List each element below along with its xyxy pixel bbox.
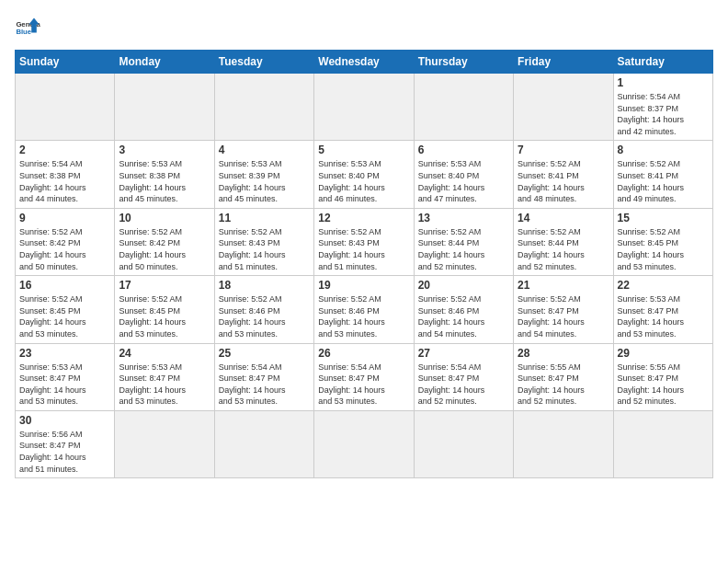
day-number: 14	[518, 212, 609, 224]
day-number: 19	[318, 279, 409, 292]
day-number: 25	[219, 347, 310, 360]
day-number: 23	[19, 347, 110, 360]
day-info: Sunrise: 5:52 AM Sunset: 8:41 PM Dayligh…	[618, 158, 709, 204]
day-number: 28	[518, 347, 609, 360]
day-number: 8	[618, 144, 709, 156]
weekday-header-saturday: Saturday	[613, 51, 712, 74]
calendar-day-16: 16Sunrise: 5:52 AM Sunset: 8:45 PM Dayli…	[16, 276, 115, 343]
day-number: 13	[418, 212, 509, 224]
day-info: Sunrise: 5:52 AM Sunset: 8:42 PM Dayligh…	[19, 226, 110, 272]
calendar-day-24: 24Sunrise: 5:53 AM Sunset: 8:47 PM Dayli…	[115, 343, 214, 410]
calendar-day-8: 8Sunrise: 5:52 AM Sunset: 8:41 PM Daylig…	[613, 141, 712, 208]
day-info: Sunrise: 5:54 AM Sunset: 8:47 PM Dayligh…	[418, 362, 509, 408]
day-info: Sunrise: 5:54 AM Sunset: 8:38 PM Dayligh…	[19, 158, 110, 204]
calendar-day-28: 28Sunrise: 5:55 AM Sunset: 8:47 PM Dayli…	[514, 343, 613, 410]
day-number: 9	[19, 212, 110, 224]
day-info: Sunrise: 5:52 AM Sunset: 8:47 PM Dayligh…	[518, 293, 609, 339]
calendar-day-empty-36	[115, 410, 214, 477]
day-number: 1	[618, 76, 709, 89]
calendar-day-2: 2Sunrise: 5:54 AM Sunset: 8:38 PM Daylig…	[16, 141, 115, 208]
day-info: Sunrise: 5:52 AM Sunset: 8:46 PM Dayligh…	[418, 293, 509, 339]
day-info: Sunrise: 5:54 AM Sunset: 8:47 PM Dayligh…	[219, 362, 310, 408]
calendar-day-7: 7Sunrise: 5:52 AM Sunset: 8:41 PM Daylig…	[514, 141, 613, 208]
calendar-day-3: 3Sunrise: 5:53 AM Sunset: 8:38 PM Daylig…	[115, 141, 214, 208]
day-number: 7	[518, 144, 609, 156]
day-number: 24	[119, 347, 210, 360]
header: General Blue	[15, 15, 713, 40]
calendar-day-empty-37	[214, 410, 313, 477]
day-number: 29	[618, 347, 709, 360]
calendar: SundayMondayTuesdayWednesdayThursdayFrid…	[15, 50, 713, 478]
day-info: Sunrise: 5:54 AM Sunset: 8:37 PM Dayligh…	[618, 91, 709, 137]
calendar-day-4: 4Sunrise: 5:53 AM Sunset: 8:39 PM Daylig…	[214, 141, 313, 208]
calendar-day-25: 25Sunrise: 5:54 AM Sunset: 8:47 PM Dayli…	[214, 343, 313, 410]
calendar-day-5: 5Sunrise: 5:53 AM Sunset: 8:40 PM Daylig…	[314, 141, 414, 208]
weekday-header-tuesday: Tuesday	[214, 51, 313, 74]
calendar-day-27: 27Sunrise: 5:54 AM Sunset: 8:47 PM Dayli…	[414, 343, 513, 410]
day-number: 10	[119, 212, 210, 224]
day-info: Sunrise: 5:52 AM Sunset: 8:44 PM Dayligh…	[518, 226, 609, 272]
weekday-header-wednesday: Wednesday	[314, 51, 414, 74]
calendar-week-row-0: 1Sunrise: 5:54 AM Sunset: 8:37 PM Daylig…	[16, 74, 713, 141]
day-number: 30	[19, 414, 110, 427]
day-number: 22	[618, 279, 709, 292]
day-number: 27	[418, 347, 509, 360]
calendar-day-29: 29Sunrise: 5:55 AM Sunset: 8:47 PM Dayli…	[613, 343, 712, 410]
calendar-week-row-5: 30Sunrise: 5:56 AM Sunset: 8:47 PM Dayli…	[16, 410, 713, 477]
calendar-week-row-1: 2Sunrise: 5:54 AM Sunset: 8:38 PM Daylig…	[16, 141, 713, 208]
day-info: Sunrise: 5:52 AM Sunset: 8:41 PM Dayligh…	[518, 158, 609, 204]
day-number: 20	[418, 279, 509, 292]
day-info: Sunrise: 5:52 AM Sunset: 8:46 PM Dayligh…	[219, 293, 310, 339]
day-number: 6	[418, 144, 509, 156]
calendar-day-empty-2	[214, 74, 313, 141]
calendar-day-10: 10Sunrise: 5:52 AM Sunset: 8:42 PM Dayli…	[115, 208, 214, 275]
day-number: 12	[318, 212, 409, 224]
day-info: Sunrise: 5:53 AM Sunset: 8:47 PM Dayligh…	[618, 293, 709, 339]
day-info: Sunrise: 5:55 AM Sunset: 8:47 PM Dayligh…	[618, 362, 709, 408]
calendar-day-13: 13Sunrise: 5:52 AM Sunset: 8:44 PM Dayli…	[414, 208, 513, 275]
day-number: 3	[119, 144, 210, 156]
weekday-header-monday: Monday	[115, 51, 214, 74]
day-info: Sunrise: 5:56 AM Sunset: 8:47 PM Dayligh…	[19, 429, 110, 475]
day-number: 21	[518, 279, 609, 292]
day-number: 17	[119, 279, 210, 292]
day-number: 15	[618, 212, 709, 224]
day-info: Sunrise: 5:52 AM Sunset: 8:42 PM Dayligh…	[119, 226, 210, 272]
calendar-day-empty-41	[613, 410, 712, 477]
calendar-day-14: 14Sunrise: 5:52 AM Sunset: 8:44 PM Dayli…	[514, 208, 613, 275]
calendar-day-15: 15Sunrise: 5:52 AM Sunset: 8:45 PM Dayli…	[613, 208, 712, 275]
day-number: 4	[219, 144, 310, 156]
calendar-day-empty-38	[314, 410, 414, 477]
calendar-day-18: 18Sunrise: 5:52 AM Sunset: 8:46 PM Dayli…	[214, 276, 313, 343]
calendar-day-empty-3	[314, 74, 414, 141]
logo: General Blue	[15, 15, 40, 40]
weekday-header-row: SundayMondayTuesdayWednesdayThursdayFrid…	[16, 51, 713, 74]
calendar-day-empty-40	[514, 410, 613, 477]
calendar-day-empty-5	[514, 74, 613, 141]
day-info: Sunrise: 5:53 AM Sunset: 8:38 PM Dayligh…	[119, 158, 210, 204]
calendar-day-17: 17Sunrise: 5:52 AM Sunset: 8:45 PM Dayli…	[115, 276, 214, 343]
day-number: 16	[19, 279, 110, 292]
calendar-day-empty-4	[414, 74, 513, 141]
calendar-day-20: 20Sunrise: 5:52 AM Sunset: 8:46 PM Dayli…	[414, 276, 513, 343]
calendar-day-21: 21Sunrise: 5:52 AM Sunset: 8:47 PM Dayli…	[514, 276, 613, 343]
day-info: Sunrise: 5:52 AM Sunset: 8:43 PM Dayligh…	[219, 226, 310, 272]
day-number: 26	[318, 347, 409, 360]
day-number: 5	[318, 144, 409, 156]
weekday-header-thursday: Thursday	[414, 51, 513, 74]
day-info: Sunrise: 5:52 AM Sunset: 8:45 PM Dayligh…	[19, 293, 110, 339]
day-info: Sunrise: 5:52 AM Sunset: 8:46 PM Dayligh…	[318, 293, 409, 339]
day-info: Sunrise: 5:53 AM Sunset: 8:39 PM Dayligh…	[219, 158, 310, 204]
calendar-day-19: 19Sunrise: 5:52 AM Sunset: 8:46 PM Dayli…	[314, 276, 414, 343]
calendar-day-11: 11Sunrise: 5:52 AM Sunset: 8:43 PM Dayli…	[214, 208, 313, 275]
svg-text:Blue: Blue	[16, 28, 31, 36]
calendar-day-empty-39	[414, 410, 513, 477]
calendar-day-1: 1Sunrise: 5:54 AM Sunset: 8:37 PM Daylig…	[613, 74, 712, 141]
calendar-day-30: 30Sunrise: 5:56 AM Sunset: 8:47 PM Dayli…	[16, 410, 115, 477]
calendar-day-6: 6Sunrise: 5:53 AM Sunset: 8:40 PM Daylig…	[414, 141, 513, 208]
day-info: Sunrise: 5:52 AM Sunset: 8:44 PM Dayligh…	[418, 226, 509, 272]
day-info: Sunrise: 5:53 AM Sunset: 8:47 PM Dayligh…	[19, 362, 110, 408]
day-info: Sunrise: 5:52 AM Sunset: 8:43 PM Dayligh…	[318, 226, 409, 272]
day-info: Sunrise: 5:52 AM Sunset: 8:45 PM Dayligh…	[618, 226, 709, 272]
calendar-day-23: 23Sunrise: 5:53 AM Sunset: 8:47 PM Dayli…	[16, 343, 115, 410]
